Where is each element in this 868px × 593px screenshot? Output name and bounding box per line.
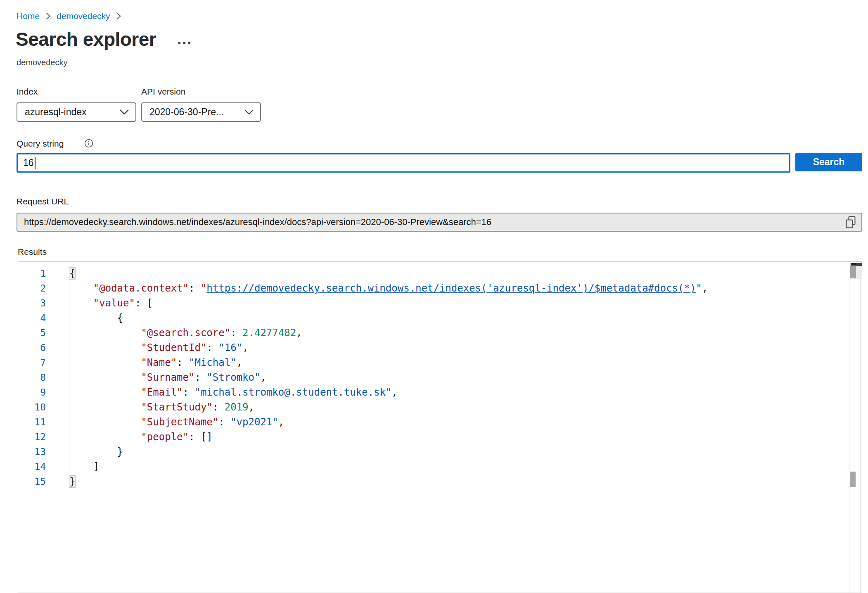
json-token: : (177, 357, 189, 368)
breadcrumb-link-home[interactable]: Home (17, 11, 40, 21)
scrollbar-thumb[interactable] (850, 472, 856, 487)
json-token: "Surname" (141, 372, 194, 383)
json-token (69, 342, 141, 353)
line-number: 12 (18, 429, 46, 444)
line-number: 6 (18, 340, 46, 355)
api-version-label: API version (141, 87, 185, 97)
json-link[interactable]: https://demovedecky.search.windows.net/i… (206, 282, 696, 294)
json-token: "people" (141, 431, 189, 443)
json-token (69, 401, 141, 413)
json-token: , (248, 401, 254, 413)
ellipsis-icon (178, 42, 180, 44)
scrollbar-thumb[interactable] (850, 266, 856, 278)
code-line: 13 } (18, 444, 862, 459)
json-token: 2.4277482 (242, 327, 296, 339)
json-token: , (702, 282, 708, 294)
json-token: , (242, 342, 248, 353)
code-line: 5 "@search.score": 2.4277482, (18, 325, 862, 340)
json-token: { (69, 312, 123, 324)
index-select-value: azuresql-index (25, 107, 120, 118)
json-token: : (189, 282, 201, 294)
page-subtitle: demovedecky (17, 58, 67, 67)
json-token (69, 387, 141, 398)
line-number: 2 (18, 281, 46, 296)
json-token: "Email" (141, 387, 183, 398)
json-token: ] (69, 461, 99, 472)
json-token (69, 416, 141, 428)
code-line: 8 "Surname": "Stromko", (18, 370, 862, 385)
json-token: "@odata.context" (93, 282, 189, 294)
json-token: , (278, 416, 284, 428)
code-line: 15} (18, 474, 862, 489)
query-string-input[interactable]: 16 (17, 153, 790, 173)
json-token: "vp2021" (230, 416, 278, 428)
breadcrumb-chevron-icon (116, 12, 121, 20)
query-string-value: 16 (23, 157, 34, 168)
code-line: 3 "value": [ (18, 296, 862, 311)
json-token: , (237, 357, 242, 368)
text-cursor (35, 157, 36, 169)
code-line: 7 "Name": "Michal", (18, 355, 862, 370)
line-number: 1 (18, 266, 46, 281)
json-token: "Michal" (189, 357, 237, 368)
code-line: 6 "StudentId": "16", (18, 340, 862, 355)
scrollbar-track-line (860, 279, 861, 593)
line-number: 13 (18, 444, 46, 459)
json-token: "Stromko" (206, 372, 260, 383)
info-icon[interactable] (84, 139, 93, 149)
json-token: " (696, 282, 702, 294)
copy-icon[interactable] (845, 216, 856, 231)
results-label: Results (18, 247, 47, 257)
line-number: 4 (18, 311, 46, 325)
ellipsis-icon (188, 42, 190, 44)
search-button[interactable]: Search (795, 153, 862, 171)
index-select[interactable]: azuresql-index (17, 102, 136, 122)
json-token: } (69, 476, 75, 487)
json-token: : [] (189, 431, 213, 443)
line-number: 5 (18, 325, 46, 340)
code-line: 11 "SubjectName": "vp2021", (18, 415, 862, 429)
line-number: 11 (18, 415, 46, 429)
request-url-field[interactable]: https://demovedecky.search.windows.net/i… (17, 213, 862, 232)
json-token: "SubjectName" (141, 416, 218, 428)
line-number: 8 (18, 370, 46, 385)
request-url-value: https://demovedecky.search.windows.net/i… (24, 217, 838, 228)
json-token: , (260, 372, 266, 383)
page-title: Search explorer (16, 28, 156, 50)
json-token: 2019 (225, 401, 249, 413)
json-token (69, 357, 141, 368)
json-token: "value" (93, 297, 135, 309)
line-number: 7 (18, 355, 46, 370)
code-line: 1{ (18, 266, 862, 281)
code-line: 10 "StartStudy": 2019, (18, 400, 862, 415)
code-line: 4 { (18, 311, 862, 325)
chevron-down-icon (120, 109, 129, 116)
json-token: " (201, 282, 206, 294)
results-editor[interactable]: 1{2 "@odata.context": "https://demovedec… (18, 261, 862, 593)
json-token: , (391, 387, 397, 398)
line-number: 9 (18, 385, 46, 400)
breadcrumb-chevron-icon (46, 12, 50, 20)
scrollbar-track-line (849, 279, 849, 593)
code-line: 2 "@odata.context": "https://demovedecky… (18, 281, 862, 296)
json-token: : (213, 401, 225, 413)
line-number: 14 (18, 459, 46, 474)
ellipsis-icon (183, 42, 185, 44)
json-token: } (69, 446, 123, 458)
json-token: : (183, 387, 195, 398)
json-token: : (230, 327, 242, 339)
json-token (69, 282, 93, 294)
code-line: 9 "Email": "michal.stromko@.student.tuke… (18, 385, 862, 400)
json-token: : (206, 342, 218, 353)
breadcrumb-link-demovedecky[interactable]: demovedecky (57, 11, 110, 21)
line-number: 10 (18, 400, 46, 415)
api-version-select[interactable]: 2020-06-30-Pre... (141, 102, 261, 122)
index-label: Index (17, 87, 38, 97)
line-number: 3 (18, 296, 46, 311)
more-menu-button[interactable] (177, 40, 192, 45)
breadcrumb: Home demovedecky (17, 10, 121, 22)
json-token: : (194, 372, 206, 383)
json-token: "StudentId" (141, 342, 206, 353)
json-token (69, 372, 141, 383)
json-token (69, 327, 141, 339)
